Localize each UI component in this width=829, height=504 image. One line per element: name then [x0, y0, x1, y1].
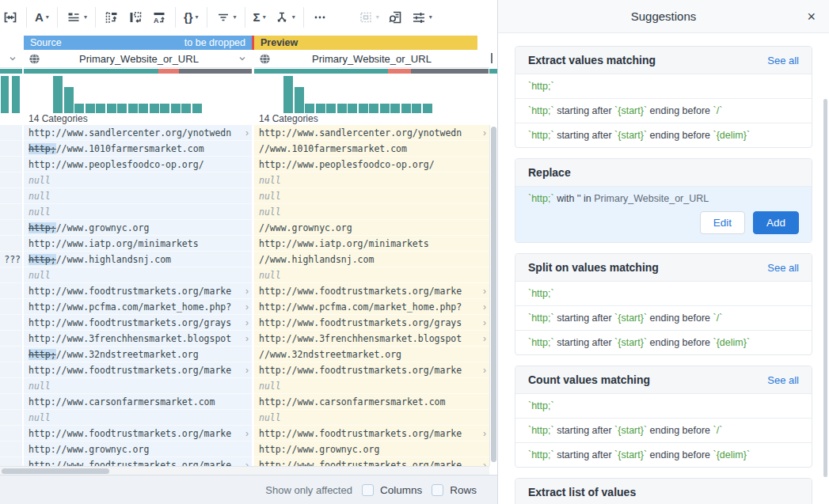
preview-cell[interactable]: http://www.foodtrustmarkets.org/marke›	[254, 426, 489, 441]
source-quality-bar[interactable]	[24, 69, 252, 74]
histogram-bar[interactable]	[283, 76, 293, 113]
source-cell[interactable]: http://www.iatp.org/minimarkets	[24, 236, 252, 252]
preview-cell[interactable]: null	[254, 410, 489, 426]
matched-token[interactable]: http;	[29, 143, 56, 154]
preview-column-header[interactable]: Primary_Website_or_URL	[254, 50, 489, 68]
cell-overflow-icon[interactable]: ›	[483, 428, 486, 439]
row-structure-button[interactable]: ▾	[62, 4, 91, 31]
add-button[interactable]: Add	[753, 211, 799, 234]
stub-cell[interactable]	[0, 394, 22, 410]
histogram-bar[interactable]	[86, 104, 95, 113]
source-cell[interactable]: http;//www.grownyc.org	[24, 220, 252, 236]
preview-cell[interactable]: null	[254, 172, 489, 188]
horizontal-scrollbar-thumb[interactable]	[2, 468, 109, 474]
cell-overflow-icon[interactable]: ›	[483, 365, 486, 376]
matched-token[interactable]: http;	[29, 222, 56, 233]
stub-cell[interactable]	[0, 220, 22, 236]
stub-cell[interactable]	[0, 283, 22, 299]
join-button[interactable]: ▾	[270, 4, 299, 31]
filter-button[interactable]: ▾	[211, 4, 241, 31]
vertical-scrollbar[interactable]	[489, 125, 497, 466]
histogram-bar[interactable]	[412, 104, 421, 113]
quality-segment-qgray[interactable]	[179, 69, 252, 74]
histogram-bar[interactable]	[192, 104, 202, 113]
quality-segment-teal[interactable]	[254, 69, 388, 74]
histogram-bar[interactable]	[1, 76, 9, 113]
preview-cell[interactable]: http://www.peoplesfoodco-op.org/	[254, 157, 489, 172]
stub-histogram[interactable]	[1, 75, 21, 113]
stub-cell[interactable]	[0, 331, 22, 347]
suggestion-item[interactable]: `http;` starting after `{start}` ending …	[515, 330, 812, 354]
source-cell[interactable]: null	[24, 378, 252, 394]
histogram-bar[interactable]	[117, 104, 127, 113]
quality-segment-qgray[interactable]	[411, 69, 489, 74]
columns-toggle[interactable]: Columns	[362, 484, 422, 496]
cell-overflow-icon[interactable]: ›	[483, 317, 486, 328]
source-cell[interactable]: null	[24, 267, 252, 283]
transpose-button[interactable]: A	[147, 4, 171, 31]
stub-quality-bar[interactable]	[0, 69, 22, 74]
histogram-bar[interactable]	[401, 104, 411, 113]
functions-button[interactable]: {} ▾	[180, 4, 203, 31]
suggestion-item[interactable]: `http;` starting after `{start}` ending …	[515, 305, 812, 330]
histogram-bar[interactable]	[171, 104, 181, 113]
quality-segment-teal[interactable]	[24, 69, 158, 74]
histogram-bar[interactable]	[96, 104, 105, 113]
preview-cell[interactable]: http://www.carsonfarmersmarket.com	[254, 394, 489, 410]
source-cell[interactable]: null	[24, 188, 252, 204]
suggestion-item[interactable]: `http;` starting after `{start}` ending …	[515, 418, 812, 442]
suggestion-item[interactable]: `http;`	[515, 74, 812, 98]
preview-cell[interactable]: null	[254, 204, 489, 220]
source-cell[interactable]: http://www.foodtrustmarkets.org/marke›	[24, 362, 252, 378]
preview-cell[interactable]: null	[254, 378, 489, 394]
histogram-bar[interactable]	[53, 76, 63, 113]
stub-cell[interactable]	[0, 426, 22, 441]
source-cell[interactable]: http://www.3frenchhensmarket.blogspot›	[24, 331, 252, 347]
histogram-bar[interactable]	[160, 104, 169, 113]
aggregate-button[interactable]: Σ ▾	[249, 4, 270, 31]
suggestion-item[interactable]: `http;`	[515, 281, 812, 305]
close-icon[interactable]: ×	[807, 9, 816, 24]
horizontal-scrollbar[interactable]	[0, 466, 489, 475]
stub-cell[interactable]	[0, 362, 22, 378]
selected-suggestion-item[interactable]: `http;` with '' in Primary_Website_or_UR…	[515, 186, 812, 242]
see-all-link[interactable]: See all	[767, 262, 799, 274]
text-format-button[interactable]: A ▾	[31, 4, 53, 31]
source-column-header[interactable]: Primary_Website_or_URL	[24, 50, 252, 68]
histogram-bar[interactable]	[326, 104, 336, 113]
chevron-down-icon[interactable]	[238, 54, 247, 63]
histogram-bar[interactable]	[139, 104, 148, 113]
cell-overflow-icon[interactable]: ›	[483, 333, 486, 344]
source-cell[interactable]: http://www.pcfma.com/market_home.php?›	[24, 299, 252, 315]
columns-checkbox[interactable]	[362, 484, 374, 496]
preview-cell[interactable]: http://www.iatp.org/minimarkets	[254, 236, 489, 252]
stub-cell[interactable]	[0, 204, 22, 220]
preview-cell[interactable]: http://www.3frenchhensmarket.blogspot›	[254, 331, 489, 347]
histogram-bar[interactable]	[337, 104, 347, 113]
histogram-bar[interactable]	[380, 104, 390, 113]
source-cell[interactable]: http://www.carsonfarmersmarket.com	[24, 394, 252, 410]
suggestion-item[interactable]: `http;` starting after `{start}` ending …	[515, 98, 812, 123]
stub-column-header[interactable]	[0, 50, 22, 68]
histogram-bar[interactable]	[128, 104, 138, 113]
settings-sliders-button[interactable]: ▾	[407, 4, 436, 31]
quality-segment-salmon[interactable]	[158, 69, 179, 74]
histogram-bar[interactable]	[74, 104, 84, 113]
vertical-scrollbar-thumb[interactable]	[491, 127, 496, 462]
histogram-bar[interactable]	[181, 104, 191, 113]
cell-overflow-icon[interactable]: ›	[245, 317, 249, 328]
histogram-bar[interactable]	[423, 104, 432, 113]
preview-cell[interactable]: //www.32ndstreetmarket.org	[254, 347, 489, 362]
preview-cell[interactable]: http://www.sandlercenter.org/ynotwedn›	[254, 125, 489, 141]
source-cell[interactable]: http://www.foodtrustmarkets.org/grays›	[24, 315, 252, 331]
cell-overflow-icon[interactable]: ›	[245, 365, 249, 376]
source-cell[interactable]: http;//www.highlandsnj.com	[24, 252, 252, 267]
pivot-button[interactable]	[124, 4, 147, 31]
source-cell[interactable]: http;//www.32ndstreetmarket.org	[24, 347, 252, 362]
rows-checkbox[interactable]	[432, 484, 443, 496]
preview-cell[interactable]: http://www.foodtrustmarkets.org/marke›	[254, 362, 489, 378]
matched-token[interactable]: http;	[29, 254, 56, 265]
histogram-bar[interactable]	[359, 104, 368, 113]
stub-cell[interactable]	[0, 172, 22, 188]
source-cell[interactable]: null	[24, 172, 252, 188]
